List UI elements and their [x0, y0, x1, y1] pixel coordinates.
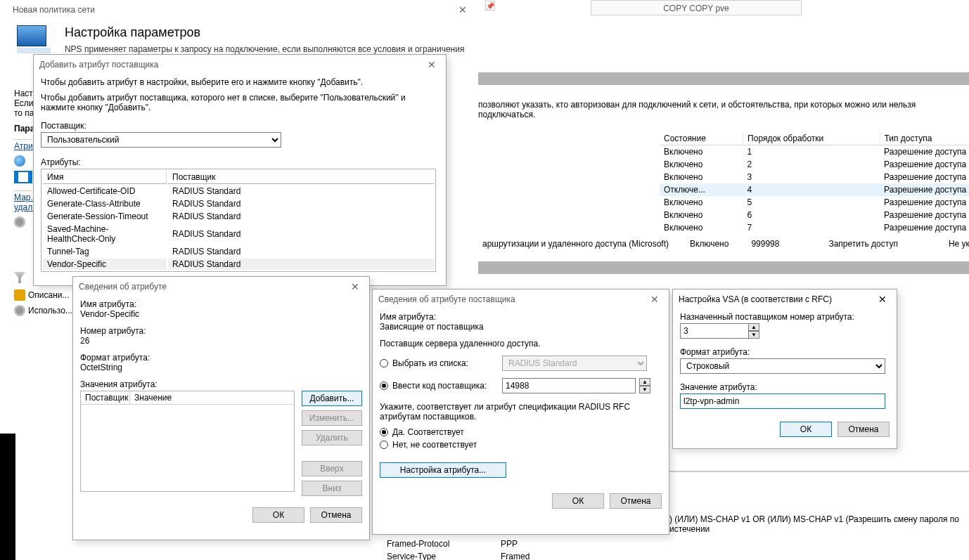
win4-title: Настройка VSA (в соответствии с RFC) [679, 289, 832, 309]
bg-auth-line: ) (ИЛИ) MS-CHAP v1 OR (ИЛИ) MS-CHAP v1 (… [669, 514, 969, 534]
radio-no-label: Нет, не соответствует [392, 440, 477, 450]
lbl-description: Описани... [28, 290, 70, 300]
close-icon[interactable]: ✕ [347, 277, 364, 297]
lock-icon [14, 289, 25, 301]
spinner[interactable]: ▲▼ [748, 323, 759, 339]
bg-row-state: Включено [676, 237, 736, 250]
ok-button[interactable]: ОК [552, 493, 604, 509]
fmt-label: Формат атрибута: [80, 353, 362, 363]
name-label: Имя атрибута: [80, 299, 362, 309]
vendor-list-select: RADIUS Standard [502, 356, 647, 371]
radio-enter-code[interactable] [380, 382, 388, 390]
vsa-num-input[interactable] [680, 323, 749, 339]
col-vendor[interactable]: Поставщик [81, 391, 130, 404]
win0-heading: Настройка параметров [65, 25, 467, 40]
bg-row-type: Запретить доступ [786, 237, 904, 250]
doc-selected-icon[interactable] [14, 171, 32, 183]
attr-row[interactable]: Generate-Session-TimeoutRADIUS Standard [43, 211, 434, 222]
col-vendor[interactable]: Поставщик [168, 171, 434, 184]
spinner[interactable]: ▲▼ [639, 378, 650, 393]
win1-p2: Чтобы добавить атрибут поставщика, котор… [41, 93, 439, 112]
cancel-button[interactable]: Отмена [310, 507, 362, 523]
win1-titlebar: Добавить атрибут поставщика ✕ [34, 55, 446, 74]
server-label: Поставщик сервера удаленного доступа. [380, 339, 662, 349]
lbl-use: Использо... [28, 306, 72, 315]
vendor-label: Поставщик: [41, 121, 439, 131]
table-row[interactable]: Включено1Разрешение доступа к узлуНе ука… [660, 145, 969, 159]
edit-button[interactable]: Изменить... [302, 410, 362, 426]
radio-yes-label: Да. Соответствует [392, 427, 464, 437]
attr-row[interactable]: Allowed-Certificate-OIDRADIUS Standard [43, 185, 434, 197]
attr-row[interactable]: Saved-Machine-HealthCheck-OnlyRADIUS Sta… [43, 223, 434, 245]
vsa-fmt-label: Формат атрибута: [680, 347, 890, 357]
radio-yes[interactable] [380, 428, 388, 436]
col-state[interactable]: Состояние [660, 132, 743, 145]
radio-code-label: Ввести код поставщика: [392, 381, 498, 391]
name-value: Vendor-Specific [80, 309, 362, 319]
attr-row[interactable]: Tunnel-TagRADIUS Standard [43, 246, 434, 257]
table-row[interactable]: Включено3Разрешение доступа к узлуНе ука… [660, 171, 969, 183]
col-order[interactable]: Порядок обработки [743, 132, 880, 145]
win2-title: Сведения об атрибуте [79, 277, 167, 297]
bg-row-source: Не указано [905, 237, 969, 250]
win1-title: Добавить атрибут поставщика [39, 55, 158, 74]
bg-row-order: 999998 [736, 237, 786, 250]
conform-label: Укажите, соответствует ли атрибут специф… [380, 402, 662, 422]
bg-prop-val-0: PPP [500, 538, 530, 549]
close-icon[interactable]: ✕ [874, 289, 891, 309]
win1-p1: Чтобы добавить атрибут в настройки, выбе… [41, 77, 439, 87]
name-value: Зависящие от поставщика [380, 322, 662, 332]
attrs-label: Атрибуты: [41, 157, 439, 167]
delete-button[interactable]: Удалить [302, 430, 362, 445]
up-button[interactable]: Вверх [302, 461, 362, 476]
radio-from-list[interactable] [380, 359, 388, 367]
header-tab[interactable]: COPY COPY pve [591, 0, 802, 15]
vals-label: Значения атрибута: [80, 379, 362, 389]
ok-button[interactable]: ОК [780, 422, 832, 437]
win3-titlebar: Сведения об атрибуте поставщика ✕ [373, 289, 669, 309]
attr-row[interactable]: Generate-Class-AttributeRADIUS Standard [43, 198, 434, 209]
bg-prop-key-0: Framed-Protocol [386, 538, 499, 549]
vsa-num-label: Назначенный поставщиком номер атрибута: [680, 312, 890, 322]
gray-divider-2 [478, 261, 969, 274]
cancel-button[interactable]: Отмена [838, 422, 890, 437]
table-row[interactable]: Отключе...4Разрешение доступа к узлуНе у… [660, 183, 969, 196]
close-icon[interactable]: ✕ [454, 0, 471, 20]
gear-icon [14, 216, 25, 228]
radio-list-label: Выбрать из списка: [392, 358, 498, 368]
table-row[interactable]: Включено5Разрешение доступа к узлуНе ука… [660, 196, 969, 209]
table-row[interactable]: Включено7Разрешение доступа к узлуНе ука… [660, 221, 969, 234]
win3-title: Сведения об атрибуте поставщика [378, 289, 515, 309]
gray-divider-1 [478, 72, 969, 85]
down-button[interactable]: Вниз [302, 481, 362, 496]
ok-button[interactable]: ОК [252, 507, 304, 523]
fmt-value: OctetString [80, 363, 362, 372]
win0-title: Новая политика сети [13, 0, 95, 20]
attr-row[interactable]: Vendor-SpecificRADIUS Standard [43, 259, 434, 270]
bg-prop-key-1: Service-Type [386, 551, 499, 560]
close-icon[interactable]: ✕ [646, 289, 663, 309]
bg-description: позволяют указать, кто авторизован для п… [478, 100, 962, 119]
tab-pin-icon[interactable]: 📌 [485, 1, 495, 11]
close-icon[interactable]: ✕ [423, 55, 440, 74]
col-type[interactable]: Тип доступа [880, 132, 969, 145]
vsa-value-input[interactable] [680, 393, 885, 409]
win4-titlebar: Настройка VSA (в соответствии с RFC) ✕ [673, 289, 897, 309]
col-name[interactable]: Имя [43, 171, 167, 184]
cancel-button[interactable]: Отмена [610, 493, 662, 509]
vsa-fmt-select[interactable]: Строковый [680, 358, 885, 374]
table-row[interactable]: Включено6Разрешение доступа к узлуНе ука… [660, 209, 969, 221]
gear-icon-2 [14, 305, 25, 316]
vendor-select[interactable]: Пользовательский [41, 132, 281, 148]
table-row[interactable]: Включено2Разрешение доступа к узлуНе ука… [660, 158, 969, 171]
num-label: Номер атрибута: [80, 326, 362, 336]
left-black-bar [0, 434, 15, 560]
radio-no[interactable] [380, 441, 388, 449]
vendor-code-input[interactable] [502, 378, 636, 393]
win2-titlebar: Сведения об атрибуте ✕ [73, 277, 369, 297]
col-value[interactable]: Значение [130, 391, 176, 404]
add-button[interactable]: Добавить... [302, 391, 362, 406]
globe-icon [14, 155, 25, 167]
configure-attr-button[interactable]: Настройка атрибута... [380, 462, 506, 478]
funnel-icon [14, 272, 25, 283]
